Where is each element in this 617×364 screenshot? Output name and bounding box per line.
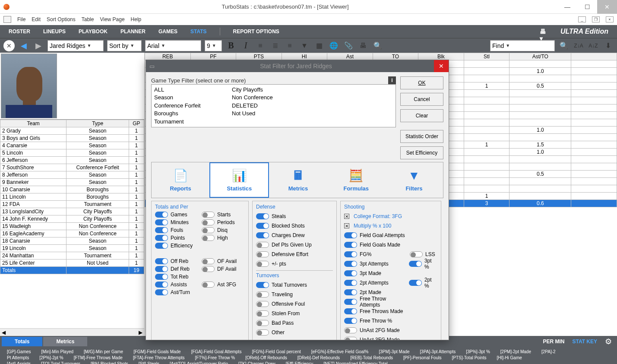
col-header[interactable]: REB — [145, 53, 191, 60]
toggle[interactable] — [409, 261, 422, 267]
col-header[interactable]: Ast — [327, 53, 373, 60]
toggle[interactable] — [344, 337, 357, 340]
toggle[interactable] — [344, 251, 357, 257]
dialog-tab-statistics[interactable]: 📊Statistics — [209, 162, 269, 198]
sort-select[interactable]: Sort by▼ — [107, 40, 142, 51]
toggle[interactable] — [256, 310, 269, 317]
toggle[interactable] — [202, 212, 215, 218]
dialog-close-button[interactable]: ✕ — [434, 60, 449, 72]
toggle[interactable] — [155, 227, 168, 233]
cancel-button[interactable]: Cancel — [400, 93, 443, 106]
nav-roster[interactable]: ROSTER — [9, 28, 30, 35]
toggle[interactable] — [256, 251, 269, 257]
size-select[interactable]: 9▼ — [205, 40, 222, 51]
gear-icon[interactable]: ⚙ — [601, 337, 615, 346]
nav-report-options[interactable]: REPORT OPTIONS — [233, 28, 279, 35]
nav-playbook[interactable]: PLAYBOOK — [79, 28, 108, 35]
game-type-item[interactable]: Conference Forfeit — [154, 102, 232, 110]
toggle[interactable] — [202, 266, 215, 272]
toggle[interactable] — [344, 270, 357, 276]
print-icon[interactable]: 🖶 ▾ — [540, 28, 547, 35]
toggle[interactable] — [202, 219, 215, 225]
table-row[interactable]: 3 Boys and GirlsSeason1 — [0, 135, 144, 142]
tab-totals[interactable]: Totals — [2, 337, 42, 346]
table-row[interactable]: 25 Life CenterNot Used1 — [0, 260, 144, 267]
bold-icon[interactable]: B — [225, 40, 237, 51]
dialog-tab-formulas[interactable]: 🧮Formulas — [327, 162, 385, 198]
mdi-restore-button[interactable]: ❐ — [592, 16, 600, 22]
mdi-minimize-button[interactable]: _ — [578, 16, 586, 22]
game-type-item[interactable]: Non Conference — [232, 94, 393, 101]
filter-icon[interactable]: ▼ — [299, 40, 310, 51]
mdi-close-button[interactable]: × — [606, 16, 614, 22]
menu-file[interactable]: File — [17, 16, 25, 22]
menu-sort[interactable]: Sort Options — [47, 16, 76, 22]
col-header[interactable]: TO — [373, 53, 418, 60]
align-center-icon[interactable]: ≣ — [269, 40, 281, 51]
table-row[interactable]: 6 JeffersonSeason1 — [0, 157, 144, 164]
toggle[interactable] — [202, 235, 215, 241]
search-icon[interactable]: 🔍 — [558, 40, 570, 51]
col-header[interactable]: Ast/TO — [509, 53, 571, 60]
clear-button[interactable]: Clear — [400, 109, 443, 122]
game-type-item[interactable] — [232, 118, 393, 126]
menu-help[interactable]: Help — [131, 16, 142, 22]
nav-planner[interactable]: PLANNER — [120, 28, 146, 35]
table-row[interactable]: 18 CanarsieSeason1 — [0, 237, 144, 245]
tab-per-min[interactable]: PER MIN — [539, 339, 568, 345]
col-header[interactable]: HI — [282, 53, 327, 60]
globe-icon[interactable]: 🌐 — [328, 40, 339, 51]
toggle[interactable] — [155, 258, 168, 264]
totals-row[interactable]: Totals19 — [0, 267, 144, 274]
toggle[interactable] — [344, 261, 357, 267]
toggle[interactable] — [256, 232, 269, 238]
sort-za-icon[interactable]: Z↓A — [573, 40, 584, 51]
col-header[interactable]: Type — [66, 120, 129, 127]
table-row[interactable]: 12 FDATournament1 — [0, 201, 144, 208]
checkbox[interactable]: ✕ — [344, 214, 349, 219]
italic-icon[interactable]: I — [240, 40, 251, 51]
toggle[interactable] — [344, 318, 357, 324]
attach-icon[interactable]: 📎 — [343, 40, 354, 51]
toggle[interactable] — [155, 274, 168, 280]
toggle[interactable] — [256, 329, 269, 336]
menu-table[interactable]: Table — [82, 16, 94, 22]
align-left-icon[interactable]: ≡ — [255, 40, 266, 51]
toggle[interactable] — [256, 261, 269, 267]
table-row[interactable]: 9 BannekerSeason1 — [0, 179, 144, 186]
toggle[interactable] — [256, 223, 269, 229]
toggle[interactable] — [155, 282, 168, 288]
toggle[interactable] — [256, 242, 269, 248]
forward-icon[interactable]: ▶ — [33, 40, 44, 51]
toggle[interactable] — [344, 232, 357, 238]
game-type-item[interactable]: ALL — [154, 86, 232, 94]
checkbox[interactable]: ✕ — [344, 223, 349, 228]
toggle[interactable] — [256, 213, 269, 219]
table-row[interactable]: 14 John F. KennedyCity Playoffs1 — [0, 215, 144, 223]
toggle[interactable] — [256, 282, 269, 288]
back-icon[interactable]: ◀ — [18, 40, 29, 51]
dialog-tab-filters[interactable]: ▼Filters — [385, 162, 443, 198]
cancel-icon[interactable]: ✕ — [3, 40, 15, 51]
toggle[interactable] — [155, 219, 168, 225]
col-header[interactable]: PTS — [236, 53, 282, 60]
col-header[interactable]: Stl — [464, 53, 509, 60]
toggle[interactable] — [344, 327, 357, 333]
table-row[interactable]: 16 EagleAcademyNon Conference1 — [0, 230, 144, 237]
table-row[interactable]: 24 ManhattanTournament1 — [0, 252, 144, 260]
app-menu-icon[interactable] — [3, 16, 11, 23]
dialog-tab-reports[interactable]: 📄Reports — [152, 162, 209, 198]
toggle[interactable] — [256, 301, 269, 307]
toggle[interactable] — [344, 289, 357, 295]
game-type-item[interactable]: Tournament — [154, 118, 232, 126]
game-type-item[interactable]: Not Used — [232, 110, 393, 117]
table-row[interactable]: 4 CanarsieSeason1 — [0, 142, 144, 149]
dialog-tab-metrics[interactable]: 🖩Metrics — [269, 162, 327, 198]
find-input[interactable]: Find▼ — [490, 40, 555, 51]
statistic-order-button[interactable]: Statistic Order — [400, 130, 443, 143]
toggle[interactable] — [202, 227, 215, 233]
toggle[interactable] — [256, 320, 269, 326]
table-row[interactable]: 7 SouthShoreConference Forfeit1 — [0, 164, 144, 171]
table-row[interactable]: 13 LongIslandCityCity Playoffs1 — [0, 208, 144, 215]
ok-button[interactable]: OK — [400, 76, 443, 89]
